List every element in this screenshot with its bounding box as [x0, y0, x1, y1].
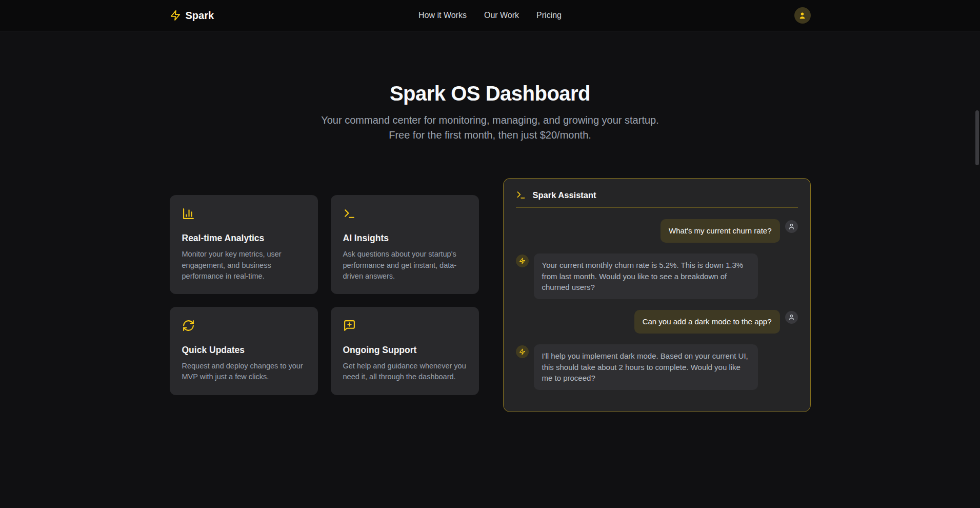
feature-card: Ongoing Support Get help and guidance wh…	[331, 307, 479, 395]
user-avatar	[785, 220, 798, 233]
zap-icon	[519, 258, 526, 264]
nav-links: How it WorksOur WorkPricing	[418, 11, 562, 20]
chat-message-user: What's my current churn rate?	[516, 219, 798, 243]
terminal-icon	[343, 207, 356, 220]
assistant-message-bubble: I'll help you implement dark mode. Based…	[534, 344, 758, 390]
assistant-avatar	[516, 345, 529, 358]
nav-link-pricing[interactable]: Pricing	[536, 11, 562, 20]
zap-icon	[519, 348, 526, 355]
vertical-scrollbar-thumb[interactable]	[975, 110, 979, 165]
user-outline-icon	[788, 314, 795, 321]
assistant-avatar	[516, 255, 529, 267]
nav-link-our-work[interactable]: Our Work	[484, 11, 519, 20]
bar-chart-icon	[182, 207, 195, 220]
spark-assistant-panel: Spark Assistant What's my current churn …	[503, 178, 811, 412]
nav-inner: Spark How it WorksOur WorkPricing	[170, 0, 811, 31]
feature-title: Real-time Analytics	[182, 233, 306, 244]
features-grid: Real-time Analytics Monitor your key met…	[170, 195, 479, 395]
user-icon	[798, 11, 807, 20]
user-message-bubble: What's my current churn rate?	[661, 219, 779, 243]
message-square-plus-icon	[343, 319, 356, 332]
feature-title: Ongoing Support	[343, 345, 467, 356]
refresh-icon	[182, 319, 195, 332]
assistant-title: Spark Assistant	[533, 190, 596, 200]
feature-description: Request and deploy changes to your MVP w…	[182, 361, 306, 383]
feature-title: Quick Updates	[182, 345, 306, 356]
page-title: Spark OS Dashboard	[0, 82, 980, 105]
feature-card: Real-time Analytics Monitor your key met…	[170, 195, 318, 294]
user-message-bubble: Can you add a dark mode to the app?	[634, 310, 780, 334]
page-subtitle: Your command center for monitoring, mana…	[311, 113, 670, 143]
page: Spark How it WorksOur WorkPricing Spark …	[0, 0, 980, 508]
assistant-header: Spark Assistant	[504, 190, 810, 207]
account-avatar-button[interactable]	[794, 7, 811, 24]
user-avatar	[785, 311, 798, 324]
feature-card: Quick Updates Request and deploy changes…	[170, 307, 318, 395]
brand-logo[interactable]: Spark	[170, 10, 214, 22]
user-outline-icon	[788, 223, 795, 230]
chat-messages: What's my current churn rate? Your curre…	[504, 208, 810, 390]
feature-description: Get help and guidance whenever you need …	[343, 361, 467, 383]
top-navigation: Spark How it WorksOur WorkPricing	[0, 0, 980, 31]
feature-title: AI Insights	[343, 233, 467, 244]
assistant-message-bubble: Your current monthly churn rate is 5.2%.…	[534, 253, 758, 299]
feature-description: Ask questions about your startup's perfo…	[343, 249, 467, 282]
brand-label: Spark	[186, 10, 214, 22]
feature-description: Monitor your key metrics, user engagemen…	[182, 249, 306, 282]
feature-card: AI Insights Ask questions about your sta…	[331, 195, 479, 294]
content-columns: Real-time Analytics Monitor your key met…	[170, 178, 811, 412]
chat-message-assistant: Your current monthly churn rate is 5.2%.…	[516, 253, 798, 299]
terminal-icon	[516, 190, 526, 200]
chat-message-user: Can you add a dark mode to the app?	[516, 310, 798, 334]
zap-icon	[170, 10, 181, 21]
chat-message-assistant: I'll help you implement dark mode. Based…	[516, 344, 798, 390]
nav-link-how-it-works[interactable]: How it Works	[418, 11, 467, 20]
main-content: Spark OS Dashboard Your command center f…	[0, 31, 980, 412]
